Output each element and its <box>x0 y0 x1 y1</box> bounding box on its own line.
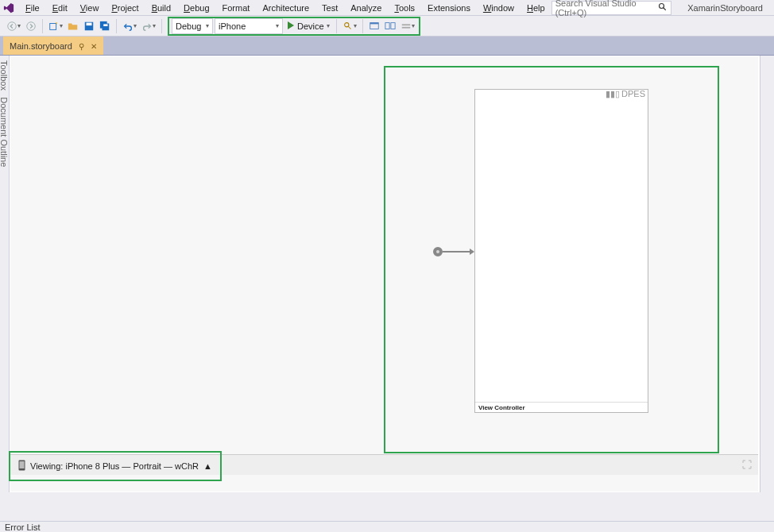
svg-line-1 <box>664 7 666 10</box>
svg-rect-19 <box>20 461 25 468</box>
document-outline-tab[interactable]: Document Outline <box>0 97 9 167</box>
separator <box>116 19 117 33</box>
platform-label: iPhone <box>219 21 246 31</box>
menu-help[interactable]: Help <box>521 2 551 14</box>
tab-filename: Main.storyboard <box>10 41 72 51</box>
separator <box>362 19 363 33</box>
close-icon[interactable]: ✕ <box>91 42 97 51</box>
svg-rect-16 <box>401 24 410 25</box>
build-run-toolbar-highlight: Debug ▾ iPhone ▾ Device ▾ ▾ ▾ <box>168 17 420 36</box>
new-project-button[interactable]: ▾ <box>47 18 64 34</box>
save-button[interactable] <box>82 18 96 34</box>
configuration-label: Debug <box>176 21 201 31</box>
svg-point-3 <box>27 21 36 30</box>
device-label: Device <box>297 21 324 31</box>
view-controller-label: View Controller <box>478 404 525 411</box>
layout-button-1[interactable] <box>367 18 381 34</box>
pin-icon[interactable]: ⚲ <box>79 42 84 51</box>
error-list-label: Error List <box>5 522 41 532</box>
svg-point-0 <box>660 3 664 8</box>
view-controller-scene[interactable]: ▮▮▯ DPES View Controller <box>474 89 648 413</box>
document-tab[interactable]: Main.storyboard ⚲ ✕ <box>3 37 103 55</box>
svg-rect-17 <box>401 26 410 28</box>
editor-area: Toolbox Document Outline ▮▮▯ DPES View C… <box>0 56 774 492</box>
svg-rect-15 <box>391 22 395 29</box>
nav-back-button[interactable]: ▾ <box>5 18 22 34</box>
menu-bar: File Edit View Project Build Debug Forma… <box>0 0 774 16</box>
toolbar: ▾ ▾ ▾ ▾ Debug ▾ iPhone ▾ <box>0 16 774 37</box>
status-bar-preview: ▮▮▯ DPES <box>475 90 648 98</box>
device-type-icon <box>18 460 25 472</box>
viewing-label: Viewing: iPhone 8 Plus — Portrait — wChR <box>30 461 199 471</box>
svg-line-11 <box>348 26 351 29</box>
chevron-down-icon: ▾ <box>276 22 279 29</box>
menu-tools[interactable]: Tools <box>388 2 421 14</box>
view-controller-content[interactable] <box>475 98 648 403</box>
entry-point-arrow[interactable] <box>433 247 474 256</box>
vertical-scrollbar[interactable] <box>760 56 774 492</box>
search-icon <box>658 2 668 13</box>
undo-button[interactable]: ▾ <box>121 18 138 34</box>
layout-button-3[interactable]: ▾ <box>399 18 416 34</box>
menu-analyze[interactable]: Analyze <box>344 2 388 14</box>
vs-logo-icon <box>3 2 14 13</box>
play-icon <box>287 21 295 31</box>
platform-dropdown[interactable]: iPhone ▾ <box>215 18 283 34</box>
save-all-button[interactable] <box>98 18 112 34</box>
configuration-dropdown[interactable]: Debug ▾ <box>172 18 213 34</box>
search-input[interactable]: Search Visual Studio (Ctrl+Q) <box>551 1 672 15</box>
chevron-down-icon: ▾ <box>206 22 209 29</box>
storyboard-canvas[interactable]: ▮▮▯ DPES View Controller <box>10 56 758 492</box>
separator <box>161 19 162 33</box>
menu-format[interactable]: Format <box>216 2 257 14</box>
layout-button-2[interactable] <box>383 18 397 34</box>
menu-window[interactable]: Window <box>477 2 521 14</box>
menu-edit[interactable]: Edit <box>46 2 74 14</box>
search-placeholder: Search Visual Studio (Ctrl+Q) <box>555 0 668 17</box>
viewing-info-highlight: Viewing: iPhone 8 Plus — Portrait — wChR… <box>9 451 222 481</box>
svg-rect-14 <box>385 22 389 29</box>
svg-rect-9 <box>103 24 107 26</box>
svg-point-2 <box>8 21 17 30</box>
run-device-button[interactable]: Device ▾ <box>284 21 332 31</box>
separator <box>42 19 43 33</box>
chevron-up-icon: ▲ <box>203 461 212 471</box>
redo-button[interactable]: ▾ <box>140 18 157 34</box>
find-in-files-button[interactable]: ▾ <box>341 18 358 34</box>
viewing-selector[interactable]: Viewing: iPhone 8 Plus — Portrait — wChR… <box>18 460 212 472</box>
side-panel-tabs[interactable]: Toolbox Document Outline <box>0 56 10 492</box>
toolbox-tab[interactable]: Toolbox <box>0 60 9 91</box>
menu-test[interactable]: Test <box>315 2 344 14</box>
menu-view[interactable]: View <box>74 2 106 14</box>
user-account[interactable]: XamarinStoryboard <box>679 2 771 14</box>
menu-architecture[interactable]: Architecture <box>256 2 315 14</box>
svg-rect-6 <box>87 22 92 25</box>
separator <box>336 19 337 33</box>
menu-debug[interactable]: Debug <box>177 2 215 14</box>
error-list-panel-tab[interactable]: Error List <box>0 521 774 532</box>
open-button[interactable] <box>66 18 80 34</box>
svg-rect-4 <box>50 23 56 29</box>
document-tab-strip: Main.storyboard ⚲ ✕ <box>0 37 774 56</box>
menu-build[interactable]: Build <box>145 2 177 14</box>
menu-project[interactable]: Project <box>105 2 145 14</box>
fullscreen-icon[interactable] <box>742 460 752 471</box>
svg-rect-13 <box>370 22 378 24</box>
menu-extensions[interactable]: Extensions <box>421 2 477 14</box>
nav-forward-button[interactable] <box>24 18 38 34</box>
chevron-down-icon: ▾ <box>327 22 330 29</box>
entry-point-icon <box>433 247 443 256</box>
menu-file[interactable]: File <box>19 2 46 14</box>
